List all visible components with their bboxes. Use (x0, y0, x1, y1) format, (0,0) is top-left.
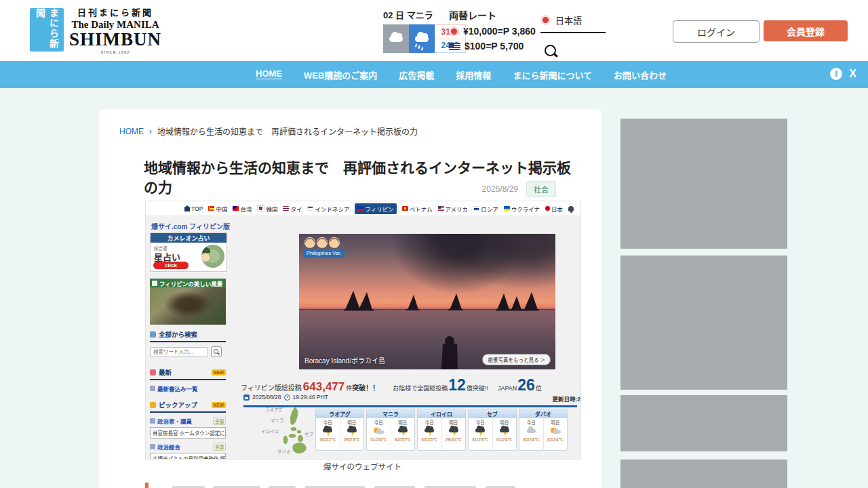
nav-item-web-subscription[interactable]: WEB購読のご案内 (304, 68, 377, 81)
forecast-city: ダバオ (519, 409, 567, 418)
keyword-search-input[interactable] (150, 347, 208, 357)
bakusai-nav-philippines[interactable]: フィリピン (355, 203, 396, 214)
bakusai-nav-korea[interactable]: 韓国 (257, 205, 277, 213)
ad-placeholder[interactable] (620, 460, 787, 488)
exchange-rates: 両替レート ¥10,000=P 3,860 $100=P 5,700 (449, 8, 536, 52)
japan-rank: 26 (517, 376, 535, 394)
scope-badge: 全国 (213, 443, 226, 451)
new-badge: NEW (212, 369, 226, 375)
scope-badge: 全国 (213, 417, 226, 425)
forecast-city: イロイロ (418, 409, 465, 418)
bakusai-nav-ukraine[interactable]: ウクライナ (504, 205, 540, 213)
article-image-bakusai-screenshot: TOP 中国 台湾 韓国 タイ インドネシア フィリピン ベトナム アメリカ ロ… (145, 201, 581, 460)
ph-posts-label: フィリピン版総投稿 (241, 382, 302, 392)
japan-flag-icon (451, 28, 457, 35)
forecast-card-davao: ダバオ 今日30/24℃ 明日32/24℃ (519, 409, 568, 451)
bakusai-nav-top[interactable]: TOP (184, 205, 203, 212)
storm-icon (474, 426, 486, 436)
national-posts-unit: 億 (467, 384, 473, 392)
nav-item-recruit[interactable]: 採用情報 (456, 68, 491, 81)
more-photos-button[interactable]: 絶景写真をもっと見る ＞ (482, 354, 551, 365)
ad-placeholder[interactable] (620, 119, 787, 249)
scenery-photo (150, 287, 226, 325)
bakusai-nav-thailand[interactable]: タイ (283, 205, 302, 213)
bakusai-nav-taiwan[interactable]: 台湾 (233, 205, 252, 213)
facebook-icon[interactable]: f (830, 68, 842, 80)
fortune-ad-header: カメレオン占い (151, 233, 226, 243)
storm-icon (448, 426, 460, 436)
bakusai-nav-russia[interactable]: ロシア (473, 205, 498, 213)
chameleon-mascot-icon (201, 245, 224, 268)
fortune-ad-click-button[interactable]: click (153, 262, 189, 269)
fx-title: 両替レート (449, 8, 536, 22)
nav-item-advertising[interactable]: 広告掲載 (399, 68, 434, 81)
storm-icon (346, 426, 358, 436)
calendar-icon (243, 394, 250, 401)
sidebar-latest-section: 最新 NEW 最新書込み一覧 (150, 367, 226, 392)
register-button[interactable]: 会員登録 (764, 20, 848, 41)
search-icon[interactable] (545, 45, 556, 56)
image-caption: 爆サイのウェブサイト (145, 461, 580, 472)
search-section-icon (150, 331, 156, 338)
sidebar-search-section: 全部から検索 (150, 329, 226, 357)
map-label: セブ (304, 430, 313, 437)
boracay-sunset-photo: Philippines Ver. Boracay Island/ボラカイ島 絶景… (299, 234, 555, 369)
philippines-version-badge: Philippines Ver. (303, 249, 344, 258)
forecast-city: マニラ (367, 409, 414, 418)
bakusai-nav-indonesia[interactable]: インドネシア (307, 205, 349, 213)
logo-jp-title: 日刊まにら新聞 (77, 8, 153, 18)
bakusai-nav-china[interactable]: 中国 (208, 205, 227, 213)
fx-usd-row: $100=P 5,700 (449, 41, 536, 52)
us-flag-icon (449, 43, 460, 50)
bakusai-site-name[interactable]: 爆サイ.com フィリピン版 (151, 221, 230, 231)
pickup-item-politicians-link[interactable]: 政治家・議員 全国 (150, 417, 226, 425)
home-icon (184, 208, 190, 211)
ad-placeholder[interactable] (620, 256, 787, 390)
flag-russia-icon (473, 206, 479, 211)
pickup-headline[interactable]: 太陽光パネルの再利用義務化 断念 (150, 453, 226, 460)
bakusai-nav-japan[interactable]: 日本 (545, 205, 563, 213)
lead-accent-bar (145, 483, 149, 488)
map-label: マニラ (271, 417, 284, 424)
breadcrumb: HOME › 地域情報から生活の知恵まで 再評価されるインターネット掲示板の力 (119, 125, 418, 137)
chevron-right-icon: › (149, 127, 152, 136)
rain-icon (409, 24, 435, 53)
breadcrumb-home-link[interactable]: HOME (119, 127, 144, 136)
scenery-widget[interactable]: フィリピンの美しい風景 (150, 279, 226, 325)
nav-items: HOME WEB購読のご案内 広告掲載 採用情報 まにら新聞について お問い合わ… (256, 68, 667, 81)
pickup-headline[interactable]: 林官房長官 ホームタウン認定に言及 (150, 427, 226, 439)
cloud-icon (525, 426, 537, 436)
ph-posts-count: 643,477 (303, 380, 344, 394)
nav-item-contact[interactable]: お問い合わせ (614, 68, 667, 81)
bakusai-nav-america[interactable]: アメリカ (438, 205, 469, 213)
nav-item-home[interactable]: HOME (256, 68, 282, 81)
bell-icon[interactable] (568, 206, 574, 211)
ph-posts-unit: 件 (346, 384, 352, 392)
latest-posts-link[interactable]: 最新書込み一覧 (150, 384, 226, 392)
bakusai-nav-vietnam[interactable]: ベトナム (402, 205, 433, 213)
search-submit-icon[interactable] (211, 346, 222, 357)
forecast-card-iloilo: イロイロ 今日30/25℃ 明日29/24℃ (417, 409, 466, 451)
nav-item-about[interactable]: まにら新聞について (513, 68, 592, 81)
ph-posts-suffix: 突破！！ (352, 382, 379, 392)
ad-placeholder[interactable] (620, 395, 787, 451)
x-twitter-icon[interactable]: X (849, 68, 856, 80)
national-posts-count: 12 (448, 376, 466, 394)
japan-flag-icon (542, 17, 549, 23)
social-links: f X (830, 68, 856, 80)
site-logo[interactable]: まにら新聞 日刊まにら新聞 The Daily MANILA SHIMBUN S… (30, 8, 161, 54)
login-button[interactable]: ログイン (673, 20, 760, 43)
category-badge[interactable]: 社会 (526, 181, 556, 197)
forecast-city: ラオアグ (316, 409, 363, 418)
language-selector[interactable]: 日本語 (540, 14, 606, 33)
fortune-ad-banner[interactable]: カメレオン占い 総合運 星占い click (150, 232, 227, 272)
latest-section-label: 最新 (159, 367, 172, 377)
flag-japan-icon (545, 206, 550, 211)
national-posts-suffix: 突破!! (473, 384, 488, 392)
map-label: ラオアグ (265, 406, 283, 413)
article-meta: 2025/8/29 社会 (482, 181, 556, 197)
photo-location-label: Boracay Island/ボラカイ島 (304, 355, 385, 365)
status-time: 19:29:46 PHT (293, 394, 328, 401)
japan-rank-label: JAPAN (498, 385, 517, 392)
pickup-item-politics-link[interactable]: 政治総合 全国 (150, 443, 226, 451)
